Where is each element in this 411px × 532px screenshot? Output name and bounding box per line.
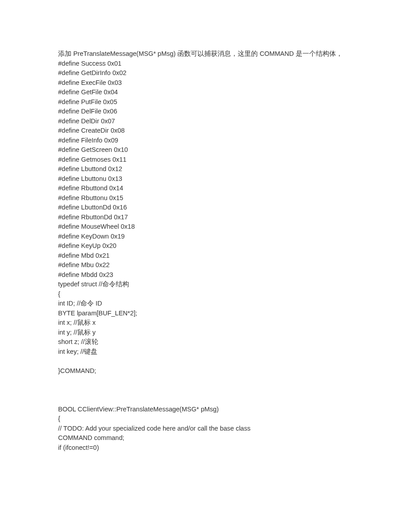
code-line: COMMAND command;: [58, 433, 353, 443]
code-line: #define GetScreen 0x10: [58, 145, 353, 155]
code-line: #define DelFile 0x06: [58, 107, 353, 117]
document-content: 添加 PreTranslateMessage(MSG* pMsg) 函数可以捕获…: [58, 49, 353, 452]
code-line: #define Rbuttond 0x14: [58, 184, 353, 193]
code-line: #define Rbuttonu 0x15: [58, 193, 353, 203]
code-line: #define Getmoses 0x11: [58, 155, 353, 165]
code-line: #define Success 0x01: [58, 59, 353, 69]
code-line: #define Lbuttonu 0x13: [58, 174, 353, 184]
code-line: {: [58, 289, 353, 299]
code-line: #define KeyDown 0x19: [58, 232, 353, 242]
code-line: #define GetDirInfo 0x02: [58, 68, 353, 78]
code-line: int ID; //命令 ID: [58, 299, 353, 309]
code-line: }COMMAND;: [58, 366, 353, 376]
code-line: #define RbuttonDd 0x17: [58, 213, 353, 222]
code-line: #define Mbdd 0x23: [58, 270, 353, 280]
code-line: short z; //滚轮: [58, 337, 353, 347]
code-line: // TODO: Add your specialized code here …: [58, 424, 353, 434]
code-line: #define GetFile 0x04: [58, 88, 353, 97]
code-line: #define CreateDir 0x08: [58, 126, 353, 136]
code-line: {: [58, 414, 353, 424]
code-line: #define KeyUp 0x20: [58, 241, 353, 251]
code-line: #define Lbuttond 0x12: [58, 164, 353, 174]
code-line: #define MouseWheel 0x18: [58, 222, 353, 232]
code-line: int x; //鼠标 x: [58, 318, 353, 328]
code-line: int key; //键盘: [58, 347, 353, 357]
code-line: #define FileInfo 0x09: [58, 136, 353, 146]
code-line: if (ifconect!=0): [58, 443, 353, 453]
blank-line: [58, 376, 353, 385]
code-line: #define Mbu 0x22: [58, 260, 353, 270]
blank-line: [58, 395, 353, 405]
blank-line: [58, 356, 353, 366]
code-line: #define LbuttonDd 0x16: [58, 203, 353, 213]
code-line: typedef struct //命令结构: [58, 280, 353, 289]
code-line: #define ExecFile 0x03: [58, 78, 353, 88]
code-line: #define Mbd 0x21: [58, 251, 353, 261]
document-page: 添加 PreTranslateMessage(MSG* pMsg) 函数可以捕获…: [0, 0, 411, 479]
code-line: #define DelDir 0x07: [58, 117, 353, 126]
code-line: BOOL CClientView::PreTranslateMessage(MS…: [58, 405, 353, 415]
code-line: 添加 PreTranslateMessage(MSG* pMsg) 函数可以捕获…: [58, 49, 353, 59]
code-line: #define PutFile 0x05: [58, 97, 353, 107]
blank-line: [58, 385, 353, 395]
code-line: BYTE lparam[BUF_LEN*2];: [58, 309, 353, 318]
code-line: int y; //鼠标 y: [58, 328, 353, 338]
